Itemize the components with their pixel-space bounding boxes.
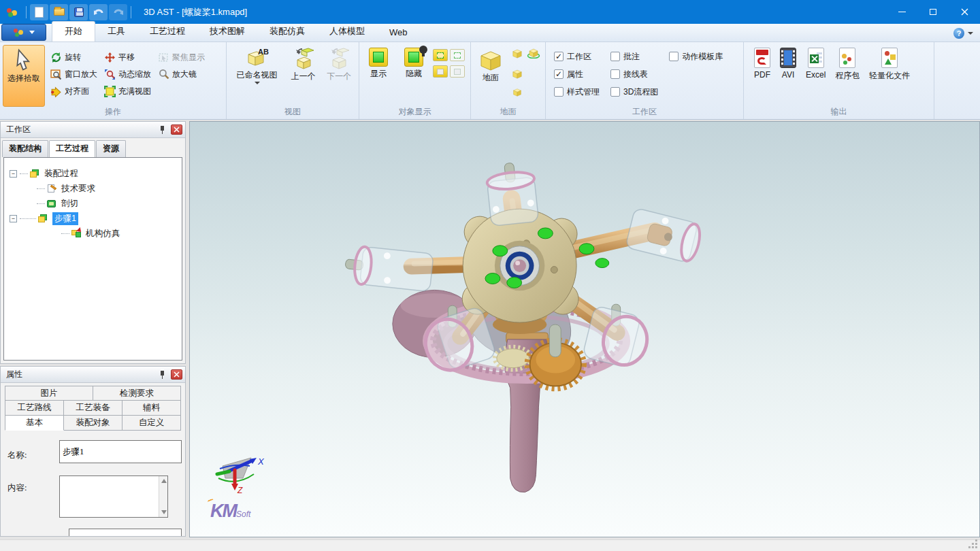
viewport-3d[interactable]: X Z KMSoft [189, 121, 980, 537]
checkbox-3d-flowchart[interactable]: 3D流程图 [610, 83, 658, 101]
ptab-process-equipment[interactable]: 工艺装备 [64, 401, 122, 416]
tab-process[interactable]: 工艺过程 [49, 140, 95, 157]
checkbox-annotation[interactable]: 批注 [610, 48, 658, 65]
tab-start[interactable]: 开始 [52, 21, 95, 41]
checkbox[interactable] [554, 87, 564, 97]
close-button[interactable] [949, 0, 980, 24]
open-file-button[interactable] [50, 4, 68, 20]
maximize-icon [930, 9, 936, 15]
pdf-icon [754, 48, 770, 68]
ground-small-cube-icon[interactable] [512, 48, 523, 59]
window-zoom-button[interactable]: 窗口放大 [50, 66, 97, 83]
checkbox-style-manager[interactable]: 样式管理 [554, 83, 600, 101]
checkbox[interactable] [610, 52, 620, 61]
export-lightweight-button[interactable]: 轻量化文件 [866, 45, 913, 107]
name-input[interactable] [59, 440, 182, 463]
panel-title: 属性 [6, 369, 159, 380]
ptab-picture[interactable]: 图片 [5, 386, 93, 401]
show-button[interactable]: 显示 [362, 45, 395, 107]
ptab-process-route[interactable]: 工艺路线 [5, 401, 64, 416]
tab-web[interactable]: Web [377, 24, 420, 41]
fit-view-button[interactable]: 充满视图 [104, 83, 151, 100]
tree-connector [20, 218, 36, 219]
show-all-button[interactable] [433, 49, 448, 61]
next-view-button[interactable]: 下一个 [323, 45, 356, 107]
ptab-assembly-object[interactable]: 装配对象 [64, 416, 122, 431]
tab-tools[interactable]: 工具 [95, 22, 137, 41]
checkbox[interactable] [669, 52, 679, 61]
scroll-up-icon[interactable] [161, 479, 167, 483]
rotate-button[interactable]: 旋转 [50, 49, 97, 66]
pan-button[interactable]: 平移 [104, 49, 151, 66]
hide-all-button[interactable] [433, 65, 448, 78]
checkbox[interactable] [610, 87, 620, 97]
chevron-down-icon [255, 82, 260, 84]
tab-assembly-sim[interactable]: 装配仿真 [257, 22, 317, 41]
hide-all-disabled-button[interactable] [450, 65, 465, 78]
align-face-icon [50, 86, 62, 97]
dynamic-zoom-button[interactable]: 动态缩放 [104, 66, 151, 83]
ptab-inspection[interactable]: 检测要求 [93, 386, 181, 401]
new-document-button[interactable] [30, 4, 48, 20]
align-face-button[interactable]: 对齐面 [50, 83, 97, 100]
export-avi-button[interactable]: AVI [777, 45, 800, 107]
tree-expander[interactable]: − [10, 215, 17, 222]
focus-display-button[interactable]: 聚焦显示 [158, 49, 205, 66]
pin-icon[interactable] [159, 125, 167, 135]
panel-close-button[interactable] [171, 369, 182, 380]
help-button[interactable]: ? [953, 28, 964, 39]
next-view-icon [327, 48, 350, 69]
tree-item-section[interactable]: 剖切 [4, 196, 182, 211]
ptab-custom[interactable]: 自定义 [122, 416, 181, 431]
step-icon [38, 214, 48, 223]
tab-resources[interactable]: 资源 [96, 140, 126, 157]
ptab-auxiliary[interactable]: 辅料 [122, 401, 181, 416]
app-menu-button[interactable] [1, 24, 46, 41]
tree-expander[interactable]: − [10, 170, 17, 178]
tree-item-step1[interactable]: − 步骤1 [4, 211, 182, 226]
hide-button[interactable]: 隐藏 [397, 45, 430, 107]
ground-small-cube-icon[interactable] [512, 87, 522, 97]
scroll-down-icon[interactable] [161, 510, 167, 514]
previous-view-button[interactable]: 上一个 [286, 45, 321, 107]
chevron-down-icon[interactable] [968, 32, 973, 35]
redo-icon [113, 7, 124, 17]
export-excel-button[interactable]: Excel [802, 45, 829, 107]
tab-assembly-structure[interactable]: 装配结构 [2, 140, 48, 157]
checkbox[interactable] [610, 69, 620, 79]
tree-item-mechanism-sim[interactable]: 机构仿真 [4, 226, 182, 241]
content-textarea[interactable] [59, 475, 168, 518]
checkbox-wiring-table[interactable]: 接线表 [610, 65, 658, 83]
select-pick-button[interactable]: 选择拾取 [3, 45, 45, 107]
maximize-button[interactable] [917, 0, 949, 24]
checkbox-properties[interactable]: ✓ 属性 [554, 65, 600, 83]
minimize-button[interactable] [886, 0, 917, 24]
export-pdf-button[interactable]: PDF [751, 45, 774, 107]
ptab-basic[interactable]: 基本 [5, 416, 64, 431]
named-views-button[interactable]: AB 已命名视图 [229, 45, 284, 107]
tab-tech-diagram[interactable]: 技术图解 [197, 22, 257, 41]
resize-grip[interactable] [975, 546, 977, 548]
undo-button[interactable] [89, 4, 108, 20]
tab-human-model[interactable]: 人体模型 [317, 22, 377, 41]
checkbox[interactable]: ✓ [554, 69, 564, 79]
scrollbar[interactable] [159, 476, 167, 517]
save-button[interactable] [69, 4, 88, 20]
tree-item-label: 机构仿真 [86, 228, 120, 239]
pin-icon[interactable] [159, 370, 167, 380]
checkbox-action-template-lib[interactable]: 动作模板库 [669, 48, 723, 65]
tree-item-tech-requirements[interactable]: 技术要求 [4, 181, 182, 196]
tree-item-assembly-process[interactable]: − 装配过程 [4, 166, 182, 181]
magnifier-button[interactable]: 放大镜 [158, 66, 205, 83]
checkbox[interactable]: ✓ [554, 52, 564, 61]
next-field-partial[interactable] [69, 529, 182, 537]
export-package-button[interactable]: 程序包 [832, 45, 863, 107]
tab-process[interactable]: 工艺过程 [137, 22, 197, 41]
ground-ring-cube-icon[interactable] [527, 47, 540, 59]
panel-close-button[interactable] [171, 124, 182, 135]
show-all-disabled-button[interactable] [450, 49, 465, 61]
ground-button[interactable]: 地面 [474, 45, 508, 107]
ground-small-cube-icon[interactable] [512, 68, 523, 79]
redo-button[interactable] [109, 4, 127, 20]
checkbox-workspace[interactable]: ✓ 工作区 [554, 48, 600, 65]
